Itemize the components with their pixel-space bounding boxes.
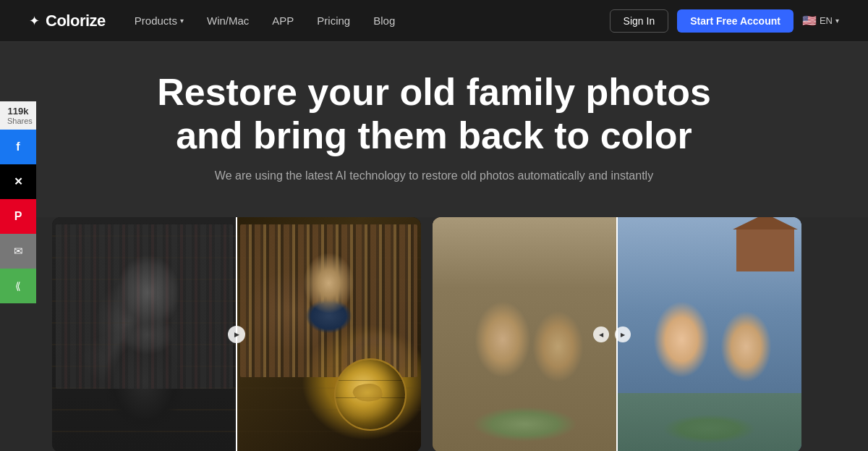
pinterest-share-button[interactable]: P: [0, 199, 36, 234]
logo-star-icon: ✦: [29, 13, 40, 29]
einstein-color-side: [237, 217, 421, 451]
chevron-down-icon: ▾: [180, 17, 184, 25]
nav-links: Products ▾ Win/Mac APP Pricing Blog: [135, 14, 610, 27]
hero-heading: Restore your old family photos and bring…: [152, 71, 716, 158]
nav-winmac[interactable]: Win/Mac: [207, 14, 249, 27]
nav-pricing[interactable]: Pricing: [317, 14, 350, 27]
social-sidebar: 119k Shares f ✕ P ✉ ⟪: [0, 101, 36, 303]
nav-app[interactable]: APP: [272, 14, 294, 27]
signin-button[interactable]: Sign In: [610, 9, 669, 33]
pinterest-icon: P: [14, 210, 22, 223]
nav-actions: Sign In Start Free Account 🇺🇸 EN ▾: [610, 9, 839, 33]
share-counter: 119k Shares: [0, 101, 36, 130]
twitter-icon: ✕: [14, 175, 23, 188]
language-selector[interactable]: 🇺🇸 EN ▾: [802, 14, 839, 28]
facebook-share-button[interactable]: f: [0, 130, 36, 164]
nav-products[interactable]: Products ▾: [135, 14, 184, 27]
left-arrow-icon: ◀: [599, 332, 603, 338]
logo-text: Colorize: [46, 12, 106, 30]
right-arrow-icon: ▶: [621, 332, 625, 338]
barn-decoration: [736, 228, 794, 271]
split-handle-right[interactable]: ▶: [615, 326, 631, 342]
general-share-button[interactable]: ⟪: [0, 269, 36, 303]
navbar: ✦ Colorize Products ▾ Win/Mac APP Pricin…: [0, 0, 868, 42]
share-icon: ⟪: [15, 280, 21, 292]
hero-section: Restore your old family photos and bring…: [0, 42, 868, 217]
facebook-icon: f: [16, 140, 20, 153]
split-arrow-icon: ▶: [234, 331, 239, 338]
split-handle[interactable]: ▶: [228, 326, 245, 343]
children-image-card: ◀ ▶: [433, 217, 801, 451]
before-after-images: ▶ ◀ ▶: [0, 217, 868, 451]
einstein-image-card: ▶: [52, 217, 421, 451]
lang-chevron-icon: ▾: [835, 17, 839, 25]
share-count: 119k: [7, 106, 29, 117]
flag-icon: 🇺🇸: [802, 14, 817, 28]
start-free-account-button[interactable]: Start Free Account: [677, 9, 793, 33]
nav-blog[interactable]: Blog: [373, 14, 395, 27]
twitter-share-button[interactable]: ✕: [0, 164, 36, 199]
einstein-bw-side: [52, 217, 237, 451]
split-handle-left[interactable]: ◀: [593, 326, 609, 342]
children-color-side: [617, 217, 801, 451]
logo[interactable]: ✦ Colorize: [29, 12, 106, 30]
hero-subtext: We are using the latest AI technology to…: [14, 169, 854, 182]
email-share-button[interactable]: ✉: [0, 234, 36, 269]
children-bw-side: [433, 217, 617, 451]
shares-label: Shares: [7, 117, 29, 125]
email-icon: ✉: [14, 245, 23, 258]
